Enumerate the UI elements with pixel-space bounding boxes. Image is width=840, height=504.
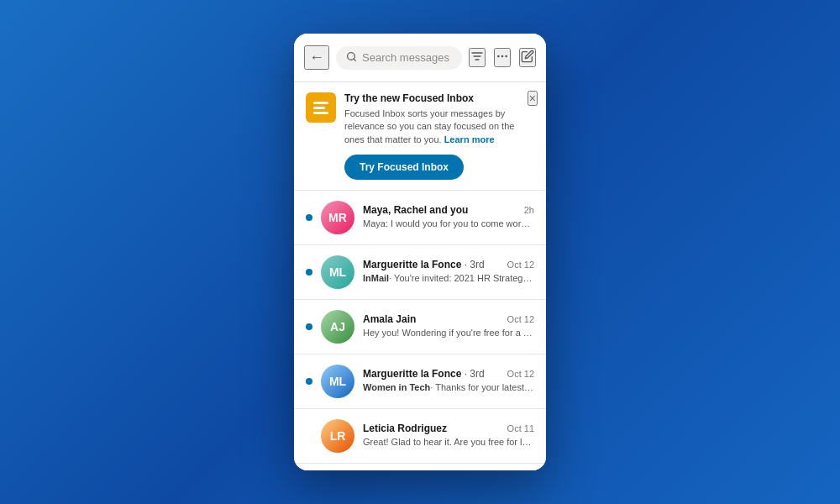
message-sender: Margueritte la Fonce · 3rd — [363, 259, 502, 270]
banner-close-button[interactable]: × — [528, 91, 538, 106]
message-content: Maya, Rachel and you2hMaya: I would you … — [363, 204, 534, 230]
phone-frame: ← Search messages — [294, 34, 546, 470]
message-top-row: Margueritte la Fonce · 3rdOct 12 — [363, 259, 534, 270]
connection-degree: · 3rd — [461, 259, 484, 270]
avatar: AJ — [321, 310, 354, 344]
message-time: Oct 12 — [507, 369, 534, 379]
unread-indicator — [306, 269, 312, 276]
banner-text: Try the new Focused Inbox Focused Inbox … — [344, 92, 534, 180]
message-sender: Amala Jain — [363, 313, 502, 325]
unread-indicator — [306, 214, 312, 221]
try-focused-inbox-button[interactable]: Try Focused Inbox — [344, 155, 464, 180]
message-content: Margueritte la Fonce · 3rdOct 12InMail· … — [363, 259, 534, 285]
message-content: Amala JainOct 12Hey you! Wondering if yo… — [363, 313, 534, 339]
header: ← Search messages — [294, 34, 546, 82]
icon-line-2 — [313, 107, 325, 109]
back-button[interactable]: ← — [304, 45, 329, 70]
svg-line-1 — [354, 59, 355, 60]
message-top-row: Maya, Rachel and you2h — [363, 204, 534, 216]
filter-button[interactable] — [469, 48, 486, 67]
message-time: Oct 12 — [507, 314, 534, 324]
message-sender: Leticia Rodriguez — [363, 423, 502, 434]
svg-point-6 — [501, 55, 504, 58]
message-time: Oct 12 — [507, 260, 534, 270]
message-item[interactable]: LRLeticia RodriguezOct 11Great! Glad to … — [294, 409, 546, 464]
message-item[interactable]: MRMaya, Rachel and you2hMaya: I would yo… — [294, 191, 546, 245]
svg-point-7 — [505, 55, 507, 58]
message-sender: Maya, Rachel and you — [363, 204, 519, 216]
focused-inbox-banner: × Try the new Focused Inbox Focused Inbo… — [294, 82, 546, 191]
banner-icon-lines — [313, 102, 328, 114]
message-time: Oct 11 — [507, 423, 534, 433]
avatar: MR — [321, 201, 354, 234]
search-bar[interactable]: Search messages — [336, 46, 462, 70]
banner-cta: Try Focused Inbox — [344, 155, 534, 180]
message-item[interactable]: MLMargueritte la Fonce · 3rdOct 12Women … — [294, 354, 546, 409]
avatar-initials: LR — [330, 429, 346, 443]
message-content: Margueritte la Fonce · 3rdOct 12Women in… — [363, 368, 534, 394]
unread-indicator — [306, 323, 312, 330]
connection-degree: · 3rd — [461, 368, 484, 380]
learn-more-link[interactable]: Learn more — [444, 134, 495, 144]
message-preview: Maya: I would you for you to come work w… — [363, 218, 534, 230]
message-top-row: Leticia RodriguezOct 11 — [363, 423, 534, 434]
message-preview-label: InMail — [363, 273, 389, 283]
message-time: 2h — [524, 205, 534, 215]
message-top-row: Margueritte la Fonce · 3rdOct 12 — [363, 368, 534, 380]
unread-indicator — [306, 378, 312, 385]
header-icons — [469, 48, 536, 67]
banner-title: Try the new Focused Inbox — [344, 92, 534, 104]
search-icon — [346, 51, 357, 65]
icon-line-1 — [313, 102, 328, 104]
avatar-initials: ML — [329, 375, 346, 388]
icon-line-3 — [313, 112, 328, 114]
banner-icon — [306, 92, 336, 123]
avatar: LR — [321, 419, 354, 453]
avatar: ML — [321, 365, 354, 398]
avatar-initials: MR — [328, 211, 347, 224]
banner-description: Focused Inbox sorts your messages by rel… — [344, 108, 534, 146]
banner-content: Try the new Focused Inbox Focused Inbox … — [306, 92, 534, 180]
search-placeholder: Search messages — [362, 51, 452, 64]
more-button[interactable] — [494, 48, 511, 67]
message-list: MRMaya, Rachel and you2hMaya: I would yo… — [294, 191, 546, 470]
message-item[interactable]: AJAmala JainOct 12Hey you! Wondering if … — [294, 300, 546, 354]
message-preview: Hey you! Wondering if you're free for a … — [363, 327, 534, 339]
avatar-initials: ML — [329, 265, 346, 279]
avatar: ML — [321, 255, 354, 289]
message-preview: Great! Glad to hear it. Are you free for… — [363, 436, 534, 449]
message-item[interactable]: MLMargueritte la Fonce · 3rdOct 12InMail… — [294, 245, 546, 300]
svg-point-5 — [497, 55, 500, 58]
avatar-initials: AJ — [330, 320, 345, 333]
message-preview-label: Women in Tech — [363, 382, 430, 392]
message-top-row: Amala JainOct 12 — [363, 313, 534, 325]
compose-button[interactable] — [519, 48, 536, 67]
message-preview: Women in Tech· Thanks for your latest po… — [363, 381, 534, 394]
message-content: Leticia RodriguezOct 11Great! Glad to he… — [363, 423, 534, 449]
message-preview: InMail· You're invited: 2021 HR Strategy… — [363, 272, 534, 285]
message-sender: Margueritte la Fonce · 3rd — [363, 368, 502, 380]
